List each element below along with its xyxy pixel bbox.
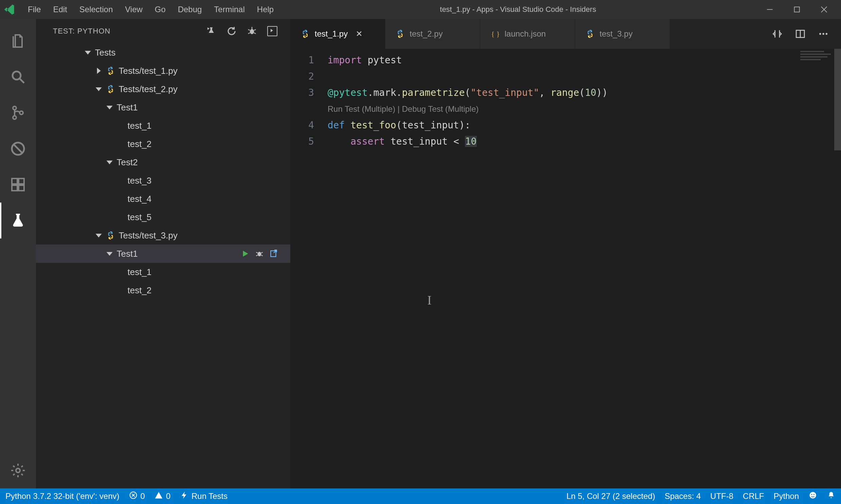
statusbar-item[interactable]: 0 [129,491,145,502]
chevron-down-icon[interactable] [105,103,114,112]
tree-test-item[interactable]: test_5 [36,208,290,226]
svg-point-14 [16,468,20,472]
menu-view[interactable]: View [119,3,149,16]
statusbar-label: Ln 5, Col 27 (2 selected) [566,491,655,501]
tree-test-item[interactable]: test_3 [36,172,290,190]
tree-item-label: test_3 [127,176,290,186]
tree-group-item[interactable]: Tests [36,43,290,62]
editor-tab[interactable]: test_1.py✕ [290,19,385,49]
menu-file[interactable]: File [22,3,47,16]
svg-line-17 [248,30,250,31]
statusbar-item[interactable]: 0 [154,491,170,502]
svg-text:{ }: { } [491,30,499,38]
split-editor-icon[interactable] [795,29,806,39]
tree-file-item[interactable]: Tests/test_3.py [36,226,290,245]
line-number: 3 [290,85,328,101]
code-line[interactable]: import pytest [328,52,841,68]
menu-debug[interactable]: Debug [172,3,208,16]
open-file-icon[interactable] [269,249,278,258]
discover-tests-icon[interactable] [206,26,216,36]
statusbar-item[interactable] [827,491,836,502]
svg-line-20 [254,33,256,34]
statusbar-item[interactable]: Ln 5, Col 27 (2 selected) [566,491,655,501]
debug-icon[interactable] [247,26,257,36]
code-line[interactable]: assert test_input < 10 [328,133,841,150]
menu-terminal[interactable]: Terminal [208,3,251,16]
tree-item-label: Test1 [117,102,290,113]
tree-test-item[interactable]: test_4 [36,190,290,208]
debug-icon[interactable] [255,249,264,258]
svg-rect-10 [12,179,17,184]
menu-edit[interactable]: Edit [47,3,73,16]
show-output-icon[interactable] [267,26,277,36]
activity-debug[interactable] [0,131,36,167]
chevron-down-icon[interactable] [94,85,103,93]
statusbar-item[interactable]: Run Tests [180,491,227,502]
svg-rect-0 [767,9,773,10]
refresh-icon[interactable] [226,26,237,36]
svg-point-39 [809,492,816,499]
chevron-down-icon[interactable] [83,48,92,57]
sidebar-header: TEST: PYTHON [36,19,290,43]
statusbar-item[interactable]: CRLF [743,491,765,501]
svg-rect-11 [19,179,24,184]
svg-point-40 [811,494,812,495]
run-icon[interactable] [241,249,250,258]
tree-test-item[interactable]: test_2 [36,281,290,300]
tab-label: launch.json [504,29,546,39]
statusbar-item[interactable]: Python [773,491,799,501]
tree-group-item[interactable]: Test2 [36,153,290,172]
activity-extensions[interactable] [0,167,36,202]
chevron-down-icon[interactable] [105,249,114,258]
tree-item-label: Tests/test_1.py [119,66,290,76]
tree-file-item[interactable]: Tests/test_1.py [36,62,290,80]
tree-file-item[interactable]: Tests/test_2.py [36,80,290,98]
tree-group-item[interactable]: Test1 [36,245,290,263]
close-icon[interactable]: ✕ [356,29,362,39]
menu-help[interactable]: Help [251,3,280,16]
minimize-button[interactable] [756,1,783,18]
tree-test-item[interactable]: test_2 [36,135,290,153]
editor-tab[interactable]: test_2.py [385,19,480,49]
code-editor[interactable]: 123 45 import pytest@pytest.mark.paramet… [290,49,841,488]
statusbar-item[interactable] [808,491,817,502]
editor-tab[interactable]: { }launch.json [480,19,575,49]
tree-test-item[interactable]: test_1 [36,116,290,135]
more-icon[interactable] [818,29,829,39]
svg-point-4 [13,106,16,110]
tab-label: test_1.py [315,29,348,39]
menu-selection[interactable]: Selection [73,3,119,16]
tree-item-label: test_4 [127,194,290,204]
tree-group-item[interactable]: Test1 [36,98,290,116]
activity-settings[interactable] [0,452,36,488]
code-line[interactable]: @pytest.mark.parametrize("test_input", r… [328,85,841,101]
statusbar-label: UTF-8 [710,491,734,501]
chevron-down-icon[interactable] [105,158,114,167]
statusbar-label: 0 [166,491,170,501]
minimap[interactable] [800,51,834,61]
maximize-button[interactable] [783,1,810,18]
smiley-icon [808,491,817,502]
code-line[interactable]: def test_foo(test_input): [328,117,841,133]
statusbar-item[interactable]: UTF-8 [710,491,734,501]
scrollbar-thumb[interactable] [834,49,841,150]
editor-tab[interactable]: test_3.py [575,19,670,49]
activity-explorer[interactable] [0,23,36,59]
codelens[interactable]: Run Test (Multiple) | Debug Test (Multip… [328,101,841,117]
chevron-right-icon[interactable] [94,66,103,75]
statusbar-item[interactable]: Python 3.7.2 32-bit ('env': venv) [5,491,119,501]
activity-test[interactable] [0,202,36,238]
menu-go[interactable]: Go [149,3,172,16]
close-button[interactable] [810,1,838,18]
scrollbar-track[interactable] [834,49,841,488]
svg-line-25 [261,252,262,253]
svg-point-23 [258,252,261,256]
activity-search[interactable] [0,59,36,95]
tree-test-item[interactable]: test_1 [36,263,290,281]
code-line[interactable] [328,68,841,85]
compare-icon[interactable] [772,29,783,39]
activity-scm[interactable] [0,95,36,131]
chevron-down-icon[interactable] [94,231,103,240]
statusbar-item[interactable]: Spaces: 4 [665,491,701,501]
python-file-icon [106,84,115,94]
